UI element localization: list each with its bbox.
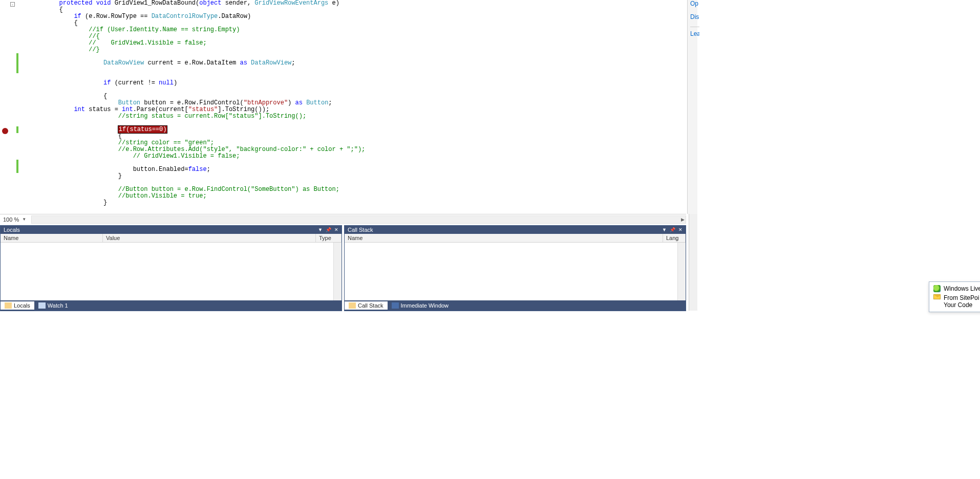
bottom-panels: Locals ▼ 📌 ✕ Name Value Type LocalsWatch… (0, 225, 686, 311)
tab-label: Watch 1 (48, 302, 68, 309)
editor-status-bar: 100 % ▼ ▶ (0, 214, 686, 224)
tab-locals[interactable]: Locals (1, 301, 34, 310)
tab-icon (349, 302, 356, 309)
horizontal-scrollbar[interactable]: ▶ (31, 215, 686, 224)
panel-dropdown-icon[interactable]: ▼ (318, 227, 323, 232)
change-marker (16, 53, 18, 73)
side-link[interactable]: Op (690, 0, 699, 7)
locals-body (1, 243, 342, 300)
scroll-right-arrow[interactable]: ▶ (681, 217, 685, 222)
side-link[interactable]: Lea (690, 30, 699, 37)
zoom-dropdown-icon[interactable]: ▼ (22, 217, 26, 222)
side-links: OpDisLea (690, 0, 699, 43)
tab-label: Locals (14, 302, 30, 309)
side-link[interactable]: Dis (690, 13, 699, 20)
locals-title-bar[interactable]: Locals ▼ 📌 ✕ (1, 226, 342, 234)
col-name[interactable]: Name (1, 234, 103, 242)
col-lang[interactable]: Lang (663, 234, 686, 242)
tab-label: Immediate Window (401, 302, 449, 309)
zoom-level[interactable]: 100 % (0, 216, 22, 223)
mail-icon (933, 294, 941, 299)
locals-column-headers: Name Value Type (1, 234, 342, 243)
tab-icon (5, 302, 12, 309)
callstack-scrollbar[interactable] (677, 243, 686, 300)
right-tab-strip: Call StackImmediate Window (345, 300, 686, 311)
col-type[interactable]: Type (316, 234, 342, 242)
change-marker (16, 160, 18, 173)
close-icon[interactable]: ✕ (678, 227, 683, 232)
change-marker (16, 126, 18, 133)
pin-icon[interactable]: 📌 (326, 227, 331, 232)
callstack-title-text: Call Stack (348, 227, 659, 233)
toast-notification[interactable]: Windows Live Me From SitePoi Your Code (929, 281, 980, 312)
tab-call-stack[interactable]: Call Stack (345, 301, 388, 310)
panel-dropdown-icon[interactable]: ▼ (662, 227, 667, 232)
tab-label: Call Stack (358, 302, 384, 309)
locals-title-text: Locals (4, 227, 315, 233)
pin-icon[interactable]: 📌 (670, 227, 675, 232)
collapse-toggle-icon[interactable]: - (10, 2, 15, 7)
col-name[interactable]: Name (345, 234, 663, 242)
locals-panel: Locals ▼ 📌 ✕ Name Value Type LocalsWatch… (0, 225, 342, 311)
callstack-body (345, 243, 686, 300)
locals-scrollbar[interactable] (333, 243, 342, 300)
callstack-panel: Call Stack ▼ 📌 ✕ Name Lang Call StackImm… (344, 225, 686, 311)
messenger-icon (933, 285, 941, 292)
tab-watch-1[interactable]: Watch 1 (34, 301, 72, 310)
tab-immediate-window[interactable]: Immediate Window (388, 301, 453, 310)
callstack-column-headers: Name Lang (345, 234, 686, 243)
col-value[interactable]: Value (103, 234, 316, 242)
breakpoint-marker[interactable] (2, 128, 8, 134)
tab-icon (38, 302, 46, 309)
notification-body: From SitePoi Your Code (944, 294, 979, 309)
notification-title: Windows Live Me (944, 285, 980, 292)
close-icon[interactable]: ✕ (334, 227, 338, 232)
left-tab-strip: LocalsWatch 1 (1, 300, 342, 311)
callstack-title-bar[interactable]: Call Stack ▼ 📌 ✕ (345, 226, 686, 234)
tab-icon (392, 302, 399, 309)
